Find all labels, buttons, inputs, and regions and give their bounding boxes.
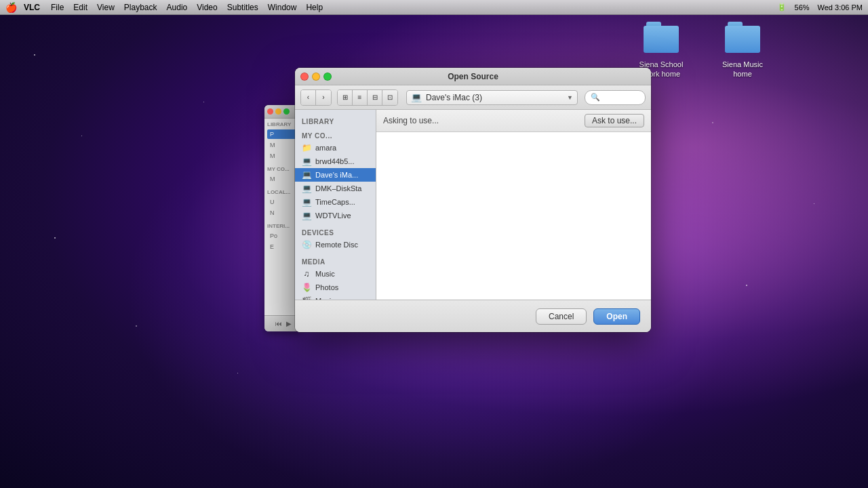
- view-icons-button[interactable]: ⊞: [338, 90, 353, 105]
- brwd44b5-label: brwd44b5...: [315, 157, 354, 165]
- movies-icon: 🎬: [302, 296, 311, 300]
- timecaps-icon: 💻: [302, 197, 311, 207]
- sidebar-item-daves-imac[interactable]: 💻 Dave's iMa...: [295, 168, 376, 182]
- music-label: Music: [315, 270, 335, 278]
- brwd44b5-icon: 💻: [302, 157, 311, 166]
- menu-file[interactable]: File: [51, 3, 64, 12]
- sidebar-item-movies[interactable]: 🎬 Movies: [295, 294, 376, 300]
- daves-imac-label: Dave's iMa...: [315, 171, 358, 179]
- daves-imac-icon: 💻: [302, 170, 311, 180]
- search-icon: 🔍: [591, 93, 600, 102]
- location-icon: 💻: [411, 92, 422, 102]
- search-box[interactable]: 🔍: [585, 90, 646, 105]
- menu-playback[interactable]: Playback: [124, 3, 157, 12]
- menu-window[interactable]: Window: [268, 3, 297, 12]
- view-list-button[interactable]: ≡: [353, 90, 368, 105]
- traffic-lights: [300, 73, 332, 81]
- sidebar-item-remote-disc[interactable]: 💿 Remote Disc: [295, 238, 376, 251]
- sidebar-item-amara[interactable]: 📁 amara: [295, 141, 376, 155]
- timecaps-label: TimeCaps...: [315, 198, 355, 206]
- menubar: 🍎 VLC File Edit View Playback Audio Vide…: [0, 0, 868, 15]
- battery-percent: 56%: [795, 3, 810, 12]
- asking-text: Asking to use...: [383, 116, 579, 125]
- vlc-min[interactable]: [275, 108, 281, 115]
- battery-indicator: 🔋: [777, 3, 787, 12]
- open-source-dialog: Open Source ‹ › ⊞ ≡ ⊟ ⊡ 💻 Dave's iMac (3…: [295, 68, 651, 332]
- menu-audio[interactable]: Audio: [167, 3, 188, 12]
- maximize-button[interactable]: [323, 73, 332, 81]
- dialog-main: Asking to use... Ask to use...: [376, 110, 651, 300]
- remote-disc-icon: 💿: [302, 240, 311, 249]
- vlc-close[interactable]: [267, 108, 273, 115]
- wdtvlive-label: WDTVLive: [315, 211, 351, 220]
- sidebar-item-brwd44b5[interactable]: 💻 brwd44b5...: [295, 155, 376, 168]
- app-name[interactable]: VLC: [24, 3, 40, 12]
- photos-label: Photos: [315, 283, 338, 291]
- amara-label: amara: [315, 144, 336, 152]
- back-button[interactable]: ‹: [301, 90, 316, 105]
- menu-view[interactable]: View: [97, 3, 115, 12]
- desktop-icon-siena-music-label: Siena Music home: [715, 60, 770, 79]
- view-coverflow-button[interactable]: ⊡: [382, 90, 397, 105]
- desktop: 🍎 VLC File Edit View Playback Audio Vide…: [0, 0, 868, 488]
- forward-button[interactable]: ›: [316, 90, 331, 105]
- sidebar-item-music[interactable]: ♫ Music: [295, 267, 376, 281]
- view-button-group: ⊞ ≡ ⊟ ⊡: [337, 89, 398, 106]
- dmk-label: DMK–DiskSta: [315, 184, 361, 192]
- apple-menu[interactable]: 🍎: [5, 2, 17, 13]
- menu-edit[interactable]: Edit: [73, 3, 87, 12]
- sidebar-header-library: LIBRARY: [295, 115, 376, 127]
- dialog-sidebar: LIBRARY MY CO... 📁 amara 💻 brwd44b5... 💻…: [295, 110, 376, 300]
- menu-video[interactable]: Video: [197, 3, 217, 12]
- sidebar-item-photos[interactable]: 🌷 Photos: [295, 281, 376, 294]
- sidebar-header-devices: DEVICES: [295, 226, 376, 238]
- dmk-icon: 💻: [302, 184, 311, 193]
- sidebar-item-dmk[interactable]: 💻 DMK–DiskSta: [295, 182, 376, 195]
- menu-right-items: 🔋 56% Wed 3:06 PM: [774, 3, 863, 12]
- wdtvlive-icon: 💻: [302, 211, 311, 220]
- sidebar-item-wdtvlive[interactable]: 💻 WDTVLive: [295, 209, 376, 222]
- photos-icon: 🌷: [302, 283, 311, 292]
- menu-help[interactable]: Help: [306, 3, 323, 12]
- movies-label: Movies: [315, 297, 339, 300]
- close-button[interactable]: [300, 73, 309, 81]
- ask-to-use-button[interactable]: Ask to use...: [585, 114, 644, 127]
- minimize-button[interactable]: [312, 73, 320, 81]
- music-icon: ♫: [302, 269, 311, 279]
- open-button[interactable]: Open: [593, 308, 640, 325]
- sidebar-header-media: MEDIA: [295, 256, 376, 267]
- nav-button-group: ‹ ›: [300, 89, 332, 106]
- main-content-area: [376, 132, 651, 295]
- view-columns-button[interactable]: ⊟: [368, 90, 382, 105]
- dropdown-arrow-icon: ▼: [567, 94, 573, 101]
- sidebar-item-timecaps[interactable]: 💻 TimeCaps...: [295, 195, 376, 209]
- amara-icon: 📁: [302, 143, 311, 152]
- sidebar-header-mycomputer: MY CO...: [295, 129, 376, 141]
- dialog-toolbar: ‹ › ⊞ ≡ ⊟ ⊡ 💻 Dave's iMac (3) ▼ 🔍: [295, 85, 651, 110]
- menu-subtitles[interactable]: Subtitles: [227, 3, 258, 12]
- dialog-title: Open Source: [448, 72, 498, 81]
- dialog-footer: Cancel Open: [295, 300, 651, 332]
- dialog-titlebar: Open Source: [295, 68, 651, 85]
- dialog-content: LIBRARY MY CO... 📁 amara 💻 brwd44b5... 💻…: [295, 110, 651, 300]
- asking-bar: Asking to use... Ask to use...: [376, 110, 651, 132]
- clock: Wed 3:06 PM: [818, 3, 863, 12]
- desktop-icon-siena-music[interactable]: Siena Music home: [715, 22, 770, 79]
- cancel-button[interactable]: Cancel: [536, 308, 587, 325]
- vlc-max[interactable]: [283, 108, 290, 115]
- remote-disc-label: Remote Disc: [315, 241, 358, 249]
- location-dropdown[interactable]: 💻 Dave's iMac (3) ▼: [406, 90, 578, 105]
- location-text: Dave's iMac (3): [426, 93, 563, 102]
